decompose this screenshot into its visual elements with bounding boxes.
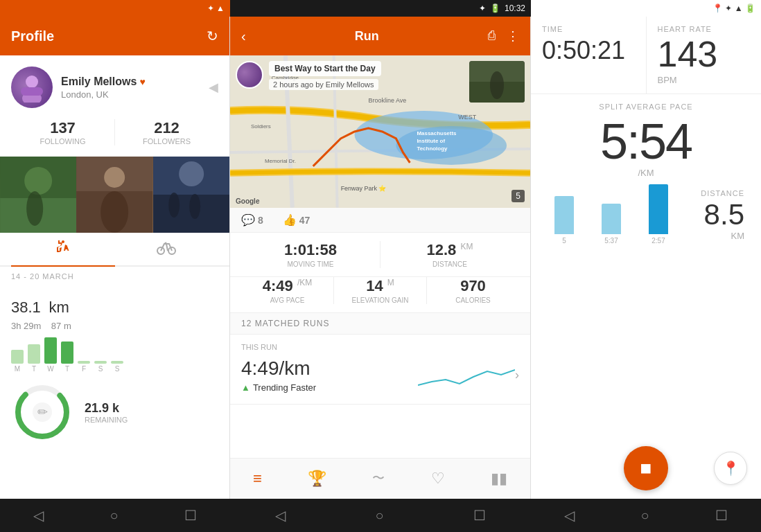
bar-3: 2:57 xyxy=(636,184,681,245)
svg-point-6 xyxy=(26,191,43,226)
screen-profile: Profile ↻ Emily Mellows xyxy=(0,17,230,499)
google-logo: Google xyxy=(236,197,259,205)
this-run-value: 4:49/km xyxy=(241,357,316,380)
back-nav-right[interactable]: ◁ xyxy=(556,504,583,526)
comment-count[interactable]: 💬 8 xyxy=(241,213,263,227)
nav-bar-middle: ◁ ○ ☐ xyxy=(230,499,531,532)
time-label: TIME xyxy=(542,25,635,33)
tab-run[interactable] xyxy=(11,233,115,267)
stat-avg-pace: 4:49 /KM AVG PACE xyxy=(241,277,334,304)
moving-time-label: MOVING TIME xyxy=(241,260,380,268)
home-nav-left[interactable]: ○ xyxy=(101,505,126,526)
stat-moving-time: 1:01:58 MOVING TIME xyxy=(241,241,380,268)
hr-label: HEART RATE xyxy=(658,25,751,33)
svg-point-0 xyxy=(26,76,38,88)
status-icons-middle: ✦ 🔋 10:32 xyxy=(479,3,525,13)
following-stat: 137 FOLLOWING xyxy=(11,119,115,145)
nav-stats[interactable]: ▮▮ xyxy=(482,467,516,490)
profile-header: Profile ↻ xyxy=(0,17,229,55)
photo-count: 5 xyxy=(511,190,525,202)
share-icon[interactable]: ⎙ xyxy=(488,28,496,44)
distance-label: DISTANCE xyxy=(380,260,519,268)
home-nav-middle[interactable]: ○ xyxy=(367,505,392,526)
hr-unit: BPM xyxy=(658,75,751,85)
stat-elevation: 14 M ELEVATION GAIN xyxy=(334,277,427,304)
dist-label: DISTANCE xyxy=(681,189,744,197)
trend-arrow-icon: ▲ xyxy=(241,382,250,393)
run-map: Brookline Ave WEST Massachusetts Institu… xyxy=(230,55,530,208)
this-run-trend: ▲ Trending Faster xyxy=(241,382,316,393)
status-bar-left: ✦ ▲ xyxy=(0,0,230,17)
svg-rect-2 xyxy=(21,87,43,96)
run-stats: 1:01:58 MOVING TIME 12.8 KM DISTANCE xyxy=(230,233,530,277)
followers-label: FOLLOWERS xyxy=(115,137,218,145)
photo-1 xyxy=(0,157,76,233)
run-actions: ⎙ ⋮ xyxy=(488,28,519,44)
nav-heart[interactable]: ♡ xyxy=(423,467,453,490)
back-button[interactable]: ‹ xyxy=(241,28,246,44)
avg-pace-val: 4:49 /KM xyxy=(241,277,333,295)
like-icon: 👍 xyxy=(283,213,297,227)
nav-feed[interactable]: ≡ xyxy=(245,467,270,490)
recent-nav-middle[interactable]: ☐ xyxy=(465,504,494,526)
svg-text:Institute of: Institute of xyxy=(417,138,445,144)
run-stats-2: 4:49 /KM AVG PACE 14 M ELEVATION GAIN 97… xyxy=(230,277,530,313)
activity-date: 14 - 20 MARCH xyxy=(0,267,229,283)
stats-time-block: TIME 0:50:21 xyxy=(531,17,647,94)
calories-val: 970 xyxy=(427,277,519,295)
map-thumbnail xyxy=(469,61,525,103)
week-bar-S1: S xyxy=(94,361,107,373)
bar-label-2: 5:37 xyxy=(604,237,618,245)
week-bar-W: W xyxy=(44,337,57,373)
svg-text:WEST: WEST xyxy=(458,114,476,121)
svg-text:Massachusetts: Massachusetts xyxy=(417,130,457,136)
home-nav-right[interactable]: ○ xyxy=(632,505,657,526)
tab-bike[interactable] xyxy=(115,233,219,265)
week-bar-T2: T xyxy=(61,342,73,373)
time-display: 10:32 xyxy=(505,3,525,13)
more-icon[interactable]: ⋮ xyxy=(507,28,519,44)
nav-bar-left: ◁ ○ ☐ xyxy=(0,499,230,532)
distance-val: 12.8 KM xyxy=(380,241,519,259)
like-num: 47 xyxy=(299,215,310,226)
stat-distance: 12.8 KM DISTANCE xyxy=(380,241,519,268)
run-navigation: ≡ 🏆 〜 ♡ ▮▮ xyxy=(230,458,530,499)
stats-hr-block: HEART RATE 143 BPM xyxy=(647,17,762,94)
nav-trophy[interactable]: 🏆 xyxy=(299,467,335,490)
svg-point-9 xyxy=(104,167,125,188)
edit-icon[interactable]: ✏ xyxy=(33,402,52,422)
recent-nav-right[interactable]: ☐ xyxy=(707,504,736,526)
donut-text: 21.9 k REMAINING xyxy=(85,401,218,424)
stop-button[interactable]: ■ xyxy=(624,446,668,490)
status-bar-middle: ✦ 🔋 10:32 xyxy=(230,0,531,17)
svg-text:Brookline Ave: Brookline Ave xyxy=(369,97,407,104)
location-button[interactable]: 📍 xyxy=(714,452,747,485)
recent-nav-left[interactable]: ☐ xyxy=(176,504,205,526)
like-count[interactable]: 👍 47 xyxy=(283,213,310,227)
bar-2: 5:37 xyxy=(589,204,633,245)
svg-point-13 xyxy=(179,161,204,186)
signal-icon: ◀ xyxy=(209,80,218,95)
split-section: SPLIT AVERAGE PACE 5:54 /KM xyxy=(531,94,761,181)
back-nav-left[interactable]: ◁ xyxy=(25,504,52,526)
elevation-val: 14 M xyxy=(334,277,426,295)
followers-stat: 212 FOLLOWERS xyxy=(115,119,218,145)
control-row: ■ 📍 xyxy=(531,438,761,499)
this-run-label: THIS RUN xyxy=(241,343,519,351)
donut-chart: ✏ xyxy=(11,381,73,443)
comment-icon: 💬 xyxy=(241,213,255,227)
back-nav-middle[interactable]: ◁ xyxy=(267,504,294,526)
run-header: ‹ Run ⎙ ⋮ xyxy=(230,17,530,55)
profile-user-section: Emily Mellows ♥ London, UK ◀ xyxy=(0,55,229,119)
run-social: 💬 8 👍 47 xyxy=(230,208,530,233)
nav-activity[interactable]: 〜 xyxy=(364,467,393,490)
refresh-button[interactable]: ↻ xyxy=(207,28,218,44)
this-run-section: THIS RUN 4:49/km ▲ Trending Faster › xyxy=(230,335,530,405)
following-label: FOLLOWING xyxy=(11,137,114,145)
svg-text:Technology: Technology xyxy=(417,145,448,152)
split-unit: /KM xyxy=(542,168,750,178)
svg-text:Soldiers: Soldiers xyxy=(251,123,271,130)
map-post-subtitle: 2 hours ago by Emily Mellows xyxy=(269,79,378,90)
distance-block: DISTANCE 8.5 KM xyxy=(681,189,750,245)
svg-point-5 xyxy=(24,167,52,195)
